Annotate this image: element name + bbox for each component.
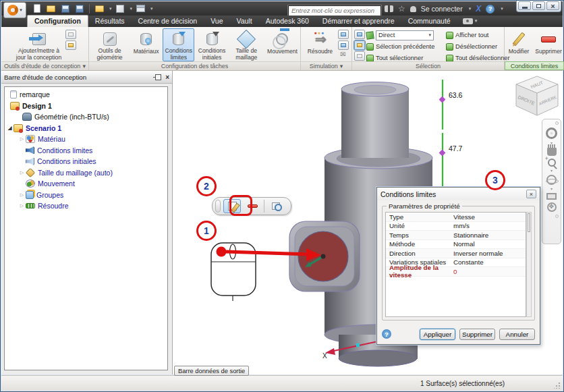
favorites-star-icon[interactable]: ☆ [398,4,405,13]
select-edges-icon[interactable] [354,51,365,61]
initial-conditions-button[interactable]: Conditions initiales [196,28,227,61]
restore-button[interactable] [532,1,545,10]
solution-monitor-icon[interactable] [338,30,349,39]
tab-configuration[interactable]: Configuration [27,15,88,27]
screencast-icon[interactable] [463,18,473,24]
orbit-icon[interactable] [546,175,557,185]
geometry-tools-button[interactable]: Outils de géométrie [90,28,130,61]
clone-design-icon[interactable] [65,30,76,39]
help-icon[interactable]: ? [486,5,495,13]
look-at-icon[interactable] [546,193,557,200]
group-lookup-button[interactable] [267,199,285,213]
property-list[interactable]: TypeVitesse Unitémm/s TempsStationnaire … [385,212,526,317]
select-surfaces-icon[interactable] [354,40,365,50]
tree-item-taille-du-maillage[interactable]: ▷ Taille du maillage (auto) [5,167,167,179]
search-box[interactable] [288,3,381,14]
expander-icon[interactable]: ▷ [18,170,26,175]
tab-autodesk-360[interactable]: Autodesk 360 [259,16,316,27]
dialog-help-icon[interactable]: ? [382,329,391,339]
tab-centre-de-decision[interactable]: Centre de décision [132,16,204,27]
email-notification-icon[interactable]: ✉ [340,51,345,58]
property-row-method[interactable]: MéthodeNormal [386,240,526,250]
select-volumes-icon[interactable] [354,30,365,39]
close-button[interactable]: × [546,1,559,10]
expander-icon[interactable]: ▷ [18,192,26,198]
chevron-down-icon[interactable]: ▾ [551,188,553,190]
chevron-down-icon[interactable]: ▾ [150,6,153,11]
delete-button[interactable]: Supprimer [534,28,563,61]
apply-button[interactable]: Appliquer [420,329,455,340]
zoom-fit-icon[interactable] [547,202,557,212]
mesh-size-button[interactable]: Taille de maillage [229,28,264,61]
selection-mode-dropdown[interactable]: Direct▾ [366,30,445,40]
tab-vue[interactable]: Vue [204,16,229,27]
cancel-button[interactable]: Annuler [499,329,535,340]
tree-item-resoudre[interactable]: ▷ Résoudre [5,200,167,212]
property-row-unit[interactable]: Unitémm/s [386,222,526,231]
tree-item-geometrie[interactable]: Géométrie (inch-BTU/s) [5,111,167,123]
expander-icon[interactable]: ◢ [6,125,13,131]
notes-icon[interactable] [338,40,349,50]
tree-item-remarque[interactable]: remarque [5,89,167,101]
chevron-down-icon[interactable]: ▾ [501,6,503,11]
toolbar-grip[interactable] [215,200,221,213]
group-label-simulation[interactable]: Simulation▾ [301,61,351,70]
open-file-button[interactable] [45,3,57,13]
design-review-icon[interactable] [65,40,76,50]
tree-item-scenario-1[interactable]: ◢ Scenario 1 [5,123,167,134]
group-label-design-tools[interactable]: Outils d'étude de conception▾ [1,61,88,70]
tab-vault[interactable]: Vault [229,16,258,27]
chevron-down-icon[interactable]: ▾ [469,6,472,11]
tree-item-materiau[interactable]: ▷ Matériau [5,134,167,145]
zoom-icon[interactable] [548,159,556,167]
close-icon[interactable]: × [165,74,169,81]
show-all-button[interactable]: Afficher tout [446,30,511,40]
navbar-close-icon[interactable] [555,121,559,125]
tree-item-conditions-limites[interactable]: Conditions limites [5,145,167,157]
dialog-delete-button[interactable]: Supprimer [459,329,495,340]
expander-icon[interactable]: ▷ [18,203,26,208]
property-row-type[interactable]: TypeVitesse [386,213,526,222]
steering-wheel-icon[interactable] [546,128,557,139]
view-cube[interactable]: HAUT DROITE ARRIÈRE [513,75,561,117]
search-icon[interactable] [385,5,393,12]
design-study-button[interactable] [94,3,105,13]
dialog-close-button[interactable]: × [526,190,536,198]
chevron-down-icon[interactable]: ▾ [551,169,553,172]
save-button[interactable] [59,3,71,13]
exchange-apps-icon[interactable]: X [476,4,481,13]
tables-button[interactable] [135,3,146,13]
search-input[interactable] [288,5,381,16]
resize-grip[interactable] [554,382,561,389]
previous-selection-button[interactable]: Sélection précédente [366,41,445,52]
geometry-button[interactable] [115,3,126,13]
add-update-design-button[interactable]: Ajouter/mettre à jour la conception [14,28,64,61]
minimize-button[interactable] [518,1,531,10]
pin-icon[interactable] [155,74,161,80]
tree-item-groupes[interactable]: ▷ Groupes [5,190,167,201]
tree-item-conditions-initiales[interactable]: Conditions initiales [5,156,167,167]
tab-demarrer-et-apprendre[interactable]: Démarrer et apprendre [316,16,401,27]
tree-item-design-1[interactable]: Design 1 [5,101,167,112]
graphics-viewport[interactable]: X 63.6 47.7 HAUT DROITE ARRIÈRE ▾ ▾ ▾ [173,71,563,374]
chevron-down-icon[interactable]: ▾ [109,6,112,11]
solve-button[interactable]: ●●● Résoudre [304,28,337,61]
new-file-button[interactable] [31,3,43,13]
tab-communaute[interactable]: Communauté [401,16,457,27]
property-list-scrollbar[interactable] [526,212,532,317]
property-row-direction[interactable]: DirectionInverser normale [386,249,526,258]
deselect-button[interactable]: Désélectionner [446,41,511,52]
materials-button[interactable]: Matériaux [131,28,161,61]
chevron-down-icon[interactable]: ▾ [130,6,133,11]
property-row-velocity-magnitude[interactable]: Amplitude de la vitesse0 [386,267,526,277]
save-as-button[interactable] [74,3,85,13]
navbar-menu-icon[interactable] [555,215,559,218]
expander-icon[interactable]: ▷ [18,136,26,142]
tab-resultats[interactable]: Résultats [88,16,132,27]
chevron-down-icon[interactable]: ▾ [475,18,478,24]
edit-button[interactable]: Modifier [505,28,532,61]
output-data-bar-button[interactable]: Barre données de sortie [174,366,249,376]
motion-button[interactable]: Mouvement [265,28,300,61]
tree-item-mouvement[interactable]: Mouvement [5,178,167,190]
boundary-conditions-button[interactable]: Conditions limites [163,28,194,61]
